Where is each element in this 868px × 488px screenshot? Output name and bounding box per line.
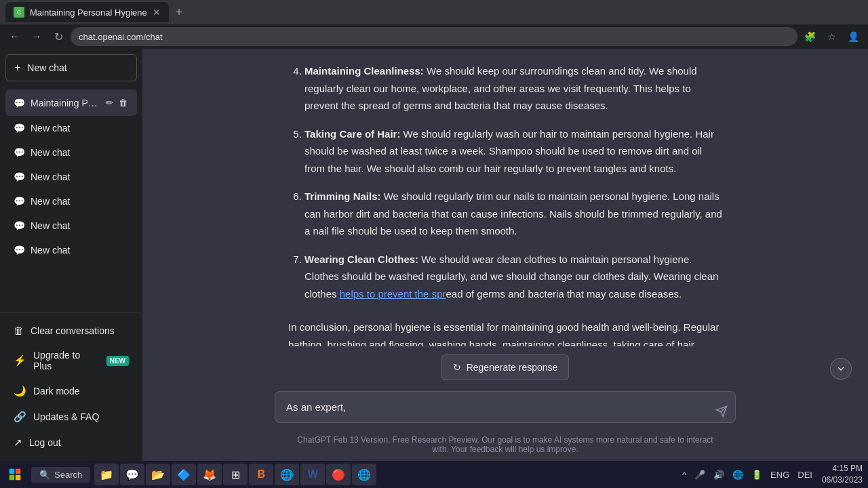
chat-icon: 💬 bbox=[14, 123, 25, 134]
messages-area[interactable]: Maintaining Cleanliness: We should keep … bbox=[142, 49, 868, 346]
chat-icon: 💬 bbox=[14, 245, 25, 256]
logout-button[interactable]: ↗ Log out bbox=[5, 430, 137, 455]
footer-text: ChatGPT Feb 13 Version. Free Research Pr… bbox=[275, 431, 736, 461]
taskbar-app-red[interactable]: 🔴 bbox=[326, 464, 351, 485]
new-tab-button[interactable]: + bbox=[172, 5, 187, 20]
link-icon: 🔗 bbox=[14, 411, 26, 423]
message-content: Maintaining Cleanliness: We should keep … bbox=[275, 62, 736, 346]
taskbar-app-chrome[interactable]: 🌐 bbox=[352, 464, 376, 485]
new-chat-label: New chat bbox=[27, 62, 66, 73]
svg-rect-2 bbox=[9, 469, 15, 474]
item-5-heading: Taking Care of Hair: bbox=[304, 128, 400, 140]
mic-icon[interactable]: 🎤 bbox=[692, 468, 708, 481]
logout-label: Log out bbox=[29, 437, 61, 448]
tab-title: Maintaining Personal Hygiene bbox=[30, 7, 147, 18]
plus-icon: + bbox=[14, 62, 20, 74]
regen-area: ↻ Regenerate response bbox=[142, 346, 868, 383]
upgrade-label: Upgrade to Plus bbox=[33, 350, 100, 371]
delete-chat-button[interactable]: 🗑 bbox=[117, 96, 129, 109]
taskbar-app-word[interactable]: W bbox=[300, 464, 325, 485]
lang-label[interactable]: ENG bbox=[768, 468, 792, 481]
browser-controls: ← → ↻ chat.openai.com/chat 🧩 ☆ 👤 bbox=[0, 24, 868, 49]
tab-close-button[interactable]: ✕ bbox=[153, 7, 161, 18]
taskbar-app-files[interactable]: 📁 bbox=[94, 464, 119, 485]
chat-icon: 💬 bbox=[14, 98, 25, 108]
clear-conversations-button[interactable]: 🗑 Clear conversations bbox=[5, 318, 137, 343]
edit-chat-button[interactable]: ✏ bbox=[104, 96, 115, 109]
taskbar-clock[interactable]: 4:15 PM 06/03/2023 bbox=[819, 463, 865, 486]
taskbar-search[interactable]: 🔍 Search bbox=[31, 467, 90, 483]
chevron-down-icon bbox=[835, 363, 846, 374]
active-tab[interactable]: C Maintaining Personal Hygiene ✕ bbox=[5, 2, 169, 22]
footer-link[interactable]: ChatGPT Feb 13 Version bbox=[297, 435, 388, 445]
browser-actions: 🧩 ☆ 👤 bbox=[800, 27, 863, 46]
upgrade-to-plus-button[interactable]: ⚡ Upgrade to Plus NEW bbox=[5, 343, 137, 378]
network-icon[interactable]: 🌐 bbox=[730, 468, 746, 481]
clock-date: 06/03/2023 bbox=[822, 474, 863, 486]
footer-description: . Free Research Preview. Our goal is to … bbox=[388, 435, 713, 454]
chat-item-actions: ✏ 🗑 bbox=[104, 96, 129, 109]
history-item-5[interactable]: 💬 New chat bbox=[5, 214, 137, 238]
chat-item-label: New chat bbox=[31, 245, 129, 256]
svg-rect-4 bbox=[9, 475, 15, 481]
url-text: chat.openai.com/chat bbox=[79, 32, 163, 42]
battery-icon[interactable]: 🔋 bbox=[749, 468, 765, 481]
start-button[interactable] bbox=[3, 465, 27, 484]
search-label: Search bbox=[54, 470, 82, 480]
history-item-2[interactable]: 💬 New chat bbox=[5, 140, 137, 165]
taskbar-app-fox[interactable]: 🦊 bbox=[197, 464, 222, 485]
clear-conversations-label: Clear conversations bbox=[31, 325, 115, 336]
updates-faq-button[interactable]: 🔗 Updates & FAQ bbox=[5, 404, 137, 430]
taskbar-app-brave[interactable]: B bbox=[249, 464, 273, 485]
back-button[interactable]: ← bbox=[5, 27, 24, 46]
sidebar-bottom: 🗑 Clear conversations ⚡ Upgrade to Plus … bbox=[0, 312, 142, 461]
send-icon bbox=[715, 405, 728, 418]
taskbar-app-blue[interactable]: 🔷 bbox=[172, 464, 196, 485]
dark-mode-button[interactable]: 🌙 Dark mode bbox=[5, 378, 137, 404]
taskbar-app-globe[interactable]: 🌐 bbox=[275, 464, 299, 485]
taskbar-app-grid[interactable]: ⊞ bbox=[223, 464, 248, 485]
regen-icon: ↻ bbox=[453, 362, 461, 373]
chat-icon: 💬 bbox=[14, 171, 25, 182]
ime-label[interactable]: DEI bbox=[795, 468, 815, 481]
highlighted-link[interactable]: helps to prevent the spr bbox=[340, 288, 446, 300]
svg-rect-5 bbox=[16, 475, 21, 481]
history-item-4[interactable]: 💬 New chat bbox=[5, 189, 137, 214]
reload-button[interactable]: ↻ bbox=[49, 27, 68, 46]
taskbar: 🔍 Search 📁 💬 📂 🔷 🦊 ⊞ B 🌐 W 🔴 🌐 ^ 🎤 🔊 🌐 🔋… bbox=[0, 461, 868, 488]
scroll-down-button[interactable] bbox=[830, 358, 852, 380]
chat-history: 💬 Maintaining Personal H ✏ 🗑 💬 New chat … bbox=[0, 87, 142, 312]
updates-faq-label: Updates & FAQ bbox=[33, 411, 99, 422]
chat-item-label: New chat bbox=[31, 123, 129, 134]
sidebar-top: + New chat bbox=[0, 49, 142, 87]
list-item-6: Trimming Nails: We should regularly trim… bbox=[304, 188, 722, 240]
item-4-heading: Maintaining Cleanliness: bbox=[304, 65, 424, 77]
active-chat-item[interactable]: 💬 Maintaining Personal H ✏ 🗑 bbox=[5, 89, 137, 116]
history-item-6[interactable]: 💬 New chat bbox=[5, 238, 137, 262]
taskbar-app-chat[interactable]: 💬 bbox=[120, 464, 144, 485]
chat-item-label: New chat bbox=[31, 147, 129, 158]
chat-icon: 💬 bbox=[14, 220, 25, 231]
regen-label: Regenerate response bbox=[467, 362, 558, 373]
star-button[interactable]: ☆ bbox=[822, 27, 841, 46]
windows-icon bbox=[8, 468, 22, 481]
chat-input[interactable]: As an expert, bbox=[275, 391, 736, 423]
tab-favicon: C bbox=[14, 7, 24, 18]
history-item-3[interactable]: 💬 New chat bbox=[5, 165, 137, 189]
volume-icon[interactable]: 🔊 bbox=[711, 468, 727, 481]
chat-item-label: New chat bbox=[31, 220, 129, 231]
item-6-heading: Trimming Nails: bbox=[304, 190, 381, 202]
regenerate-button[interactable]: ↻ Regenerate response bbox=[441, 354, 570, 380]
send-button[interactable] bbox=[715, 405, 728, 418]
new-chat-button[interactable]: + New chat bbox=[5, 54, 137, 81]
history-item-1[interactable]: 💬 New chat bbox=[5, 116, 137, 140]
forward-button[interactable]: → bbox=[27, 27, 46, 46]
sidebar: + New chat 💬 Maintaining Personal H ✏ 🗑 … bbox=[0, 49, 142, 461]
tray-chevron[interactable]: ^ bbox=[679, 468, 689, 481]
profile-button[interactable]: 👤 bbox=[844, 27, 863, 46]
taskbar-app-folder[interactable]: 📂 bbox=[146, 464, 170, 485]
list-item-5: Taking Care of Hair: We should regularly… bbox=[304, 125, 722, 178]
extensions-button[interactable]: 🧩 bbox=[800, 27, 819, 46]
address-bar[interactable]: chat.openai.com/chat bbox=[71, 27, 797, 46]
conclusion-paragraph: In conclusion, personal hygiene is essen… bbox=[288, 319, 722, 346]
